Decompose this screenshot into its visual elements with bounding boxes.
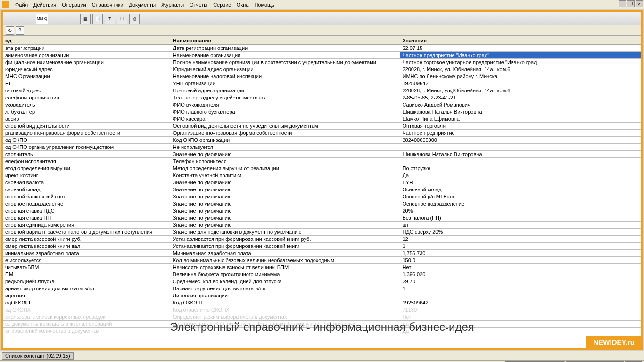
- toolbar-btn-5[interactable]: ⎙: [129, 14, 140, 24]
- table-row[interactable]: елефоны организацииТел. по юр. адресу и …: [3, 94, 641, 101]
- constants-table: одНаименованиеЗначение ата регистрацииДа…: [3, 36, 641, 334]
- toolbar-btn-4[interactable]: ☐: [117, 14, 127, 24]
- table-cell: сновная ставка НП: [3, 214, 171, 222]
- table-row[interactable]: сновная валютаЗначение по умолчаниюBYR: [3, 179, 641, 186]
- table-cell: ФИО главного бухгалтера: [171, 108, 400, 115]
- table-row[interactable]: одОКЮЛПКод ОКЮЛП192509642: [3, 299, 641, 306]
- table-cell: ФИО кассира: [171, 115, 400, 123]
- table-row[interactable]: сновная ставка НПЗначение по умолчаниюБе…: [3, 214, 641, 222]
- table-cell: ирект-костинг: [3, 172, 171, 179]
- table-row[interactable]: сполнительЗначение по умолчаниюШишканова…: [3, 151, 641, 158]
- table-row[interactable]: сновной вид деятельностиОсновной вид дея…: [3, 123, 641, 130]
- table-cell: Вариант округления для выплаты з/пл: [171, 285, 400, 292]
- table-cell: одОКЮЛП: [3, 299, 171, 306]
- table-cell: Основной склад: [400, 186, 641, 193]
- table-row[interactable]: од ОКОНХКод отрасли по ОКОНХ71130: [3, 306, 641, 313]
- table-row[interactable]: ПМВеличина бюджета прожиточного минимума…: [3, 271, 641, 278]
- table-row[interactable]: сновной банковский счетЗначение по умолч…: [3, 193, 641, 200]
- table-row[interactable]: очтовый адресПочтовый адрес организации2…: [3, 87, 641, 94]
- table-row[interactable]: МНС ОрганизацииНаименование налоговой ин…: [3, 73, 641, 80]
- table-cell: Не используется: [171, 144, 400, 151]
- table-row[interactable]: сновная единица измеренияЗначение по умо…: [3, 222, 641, 229]
- table-cell: фициальное наименование организации: [3, 59, 171, 66]
- menu-Операции[interactable]: Операции: [59, 1, 89, 8]
- table-cell: аименование организации: [3, 52, 171, 59]
- table-cell: Телефон исполнителя: [171, 158, 400, 165]
- menu-Журналы[interactable]: Журналы: [158, 1, 187, 8]
- col-header[interactable]: Наименование: [171, 36, 400, 45]
- table-row[interactable]: се документы помещать в журнал операцийД…: [3, 321, 641, 328]
- table-row[interactable]: сновной вариант расчета налогов в докуме…: [3, 229, 641, 236]
- table-cell: Тел. по юр. адресу и действ. местонах.: [171, 94, 400, 101]
- col-header[interactable]: од: [3, 36, 171, 45]
- table-cell: Лицензия организации: [171, 292, 400, 299]
- table-cell: Значение по умолчанию: [171, 222, 400, 229]
- table-cell: етод определения выручки: [3, 165, 171, 172]
- col-header[interactable]: Значение: [400, 36, 641, 45]
- table-row[interactable]: уководительФИО руководителяСавирко Андре…: [3, 101, 641, 108]
- table-row[interactable]: ирект-костингКонстанта учетной политикиД…: [3, 172, 641, 179]
- table-row[interactable]: ариант округления для выплаты з/плВариан…: [3, 285, 641, 292]
- restore-button[interactable]: ❐: [627, 0, 635, 7]
- menu-Файл[interactable]: Файл: [12, 1, 31, 8]
- taskbar-item[interactable]: Список констант (02.09.15): [2, 352, 74, 360]
- table-cell: сновной вид деятельности: [3, 123, 171, 130]
- table-cell: 220028, г. Минск, ул. Юбилейная, 14а., к…: [400, 87, 641, 94]
- table-row[interactable]: етод определения выручкиМетод определени…: [3, 165, 641, 172]
- table-row[interactable]: читыватьБПМНачислять страховые взносы от…: [3, 264, 641, 271]
- table-row[interactable]: е используетсяКол-во минимальных базовых…: [3, 257, 641, 264]
- table-row[interactable]: сновная ставка НДСЗначение по умолчанию2…: [3, 207, 641, 214]
- minimize-button[interactable]: _: [619, 0, 626, 7]
- menu-Справочники[interactable]: Справочники: [89, 1, 126, 8]
- table-row[interactable]: аименование организацииНаименование орга…: [3, 52, 641, 59]
- table-cell: сновное подразделение: [3, 200, 171, 207]
- table-row[interactable]: редКолДнейОтпускаСреднемес. кол-во кален…: [3, 278, 641, 285]
- table-row[interactable]: омер листа кассовой книги вал.Устанавлив…: [3, 243, 641, 250]
- table-row[interactable]: ата регистрацииДата регистрации организа…: [3, 45, 641, 52]
- toolbar2-help-icon[interactable]: ?: [16, 26, 24, 35]
- table-cell: омер листа кассовой книги вал.: [3, 243, 171, 250]
- toolbar-mmq-button[interactable]: MM Q: [36, 14, 48, 24]
- table-cell: По отгрузке: [400, 165, 641, 172]
- table-row[interactable]: ассирФИО кассираШамко Нина Ефимовна: [3, 115, 641, 123]
- table-row[interactable]: инимальная заработная платаМинимальная з…: [3, 250, 641, 257]
- table-cell: од ОКОНХ: [3, 306, 171, 313]
- close-button[interactable]: ×: [636, 0, 643, 7]
- table-cell: ФИО руководителя: [171, 101, 400, 108]
- table-row[interactable]: омер листа кассовой книги руб.Устанавлив…: [3, 236, 641, 243]
- window-controls: _ ❐ ×: [619, 0, 643, 7]
- toolbar2-refresh-icon[interactable]: ↻: [6, 26, 14, 35]
- table-row[interactable]: од ОКПОКод ОКПО организации382400665000: [3, 137, 641, 144]
- table-row[interactable]: л. бухгалтерФИО главного бухгалтераШишка…: [3, 108, 641, 115]
- statusbar: Для получения подсказки нажмите F1 TA: 3…: [0, 360, 644, 362]
- table-row[interactable]: спользовать список корректных проводокОп…: [3, 313, 641, 321]
- brand-badge: NEWIDEY.ru: [586, 336, 641, 348]
- table-cell: Устанавливается при формировании кассово…: [171, 236, 400, 243]
- table-cell: УНП организации: [171, 80, 400, 87]
- menu-Действия[interactable]: Действия: [31, 1, 59, 8]
- toolbar-btn-3[interactable]: T: [105, 14, 115, 24]
- table-cell: шт: [400, 222, 641, 229]
- table-row[interactable]: фициальное наименование организацииПолно…: [3, 59, 641, 66]
- menu-Сервис[interactable]: Сервис: [210, 1, 234, 8]
- table-row[interactable]: НПУНП организации192509642: [3, 80, 641, 87]
- table-row[interactable]: сновной складЗначение по умолчаниюОсновн…: [3, 186, 641, 193]
- menu-Окна[interactable]: Окна: [234, 1, 252, 8]
- menu-Документы[interactable]: Документы: [126, 1, 158, 8]
- table-cell: Наименование налоговой инспекции: [171, 73, 400, 80]
- table-cell: ата регистрации: [3, 45, 171, 52]
- table-cell: Основной вид деятельности по учредительн…: [171, 123, 400, 130]
- table-row[interactable]: сновное подразделениеЗначение по умолчан…: [3, 200, 641, 207]
- menu-Отчеты[interactable]: Отчеты: [187, 1, 210, 8]
- table-row[interactable]: ог изменений количества в документахДа: [3, 328, 641, 334]
- table-cell: Значение по умолчанию: [171, 207, 400, 214]
- menu-Помощь[interactable]: Помощь: [251, 1, 277, 8]
- toolbar-btn-2[interactable]: 📄: [92, 14, 103, 24]
- constants-table-wrap[interactable]: одНаименованиеЗначение ата регистрацииДа…: [3, 36, 641, 334]
- toolbar-btn-1[interactable]: ▦: [80, 14, 91, 24]
- table-row[interactable]: юридический адресЮридический адрес орган…: [3, 66, 641, 73]
- table-row[interactable]: од ОКПО органа управления госимуществомН…: [3, 144, 641, 151]
- table-row[interactable]: ицензияЛицензия организации: [3, 292, 641, 299]
- table-row[interactable]: елефон исполнителяТелефон исполнителя: [3, 158, 641, 165]
- table-row[interactable]: рганизационно-правовая форма собственнос…: [3, 130, 641, 137]
